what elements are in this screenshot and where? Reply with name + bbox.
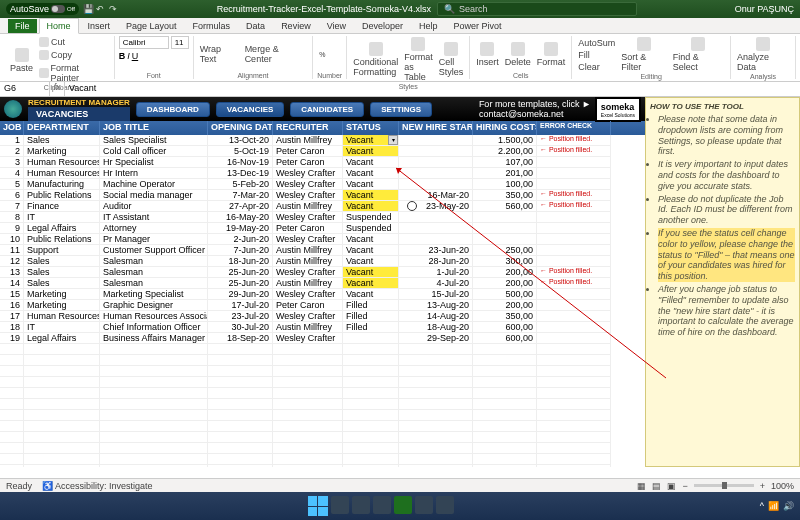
view-layout-icon[interactable]: ▤ — [652, 481, 661, 491]
cell-cost[interactable]: 200,00 — [473, 300, 537, 311]
table-row[interactable]: 11SupportCustomer Support Officer7-Jun-2… — [0, 245, 645, 256]
cell-title[interactable]: Human Resources Associate — [100, 311, 208, 322]
cell-title[interactable]: Salesman — [100, 267, 208, 278]
cell-title[interactable]: Hr Specialist — [100, 157, 208, 168]
cell-open[interactable]: 23-Jul-20 — [208, 311, 273, 322]
cell-id[interactable]: 10 — [0, 234, 24, 245]
dropdown-icon[interactable]: ▾ — [388, 135, 398, 145]
cell-cost[interactable]: 560,00 — [473, 201, 537, 212]
empty-row[interactable] — [0, 388, 645, 399]
cell-hire[interactable]: 13-Aug-20 — [399, 300, 473, 311]
table-row[interactable]: 2MarketingCold Call officer5-Oct-19Peter… — [0, 146, 645, 157]
search-input[interactable]: 🔍Search — [437, 2, 637, 16]
zoom-in-button[interactable]: + — [760, 481, 765, 491]
cell-dept[interactable]: Human Resources — [24, 311, 100, 322]
cell-title[interactable]: Machine Operator — [100, 179, 208, 190]
cell-open[interactable]: 2-Jun-20 — [208, 234, 273, 245]
autosum-button[interactable]: AutoSum — [576, 37, 617, 49]
cell-rec[interactable]: Wesley Crafter — [273, 289, 343, 300]
cell-id[interactable]: 4 — [0, 168, 24, 179]
cell-status[interactable]: Vacant — [343, 267, 399, 278]
cell-rec[interactable]: Austin Millfrey — [273, 245, 343, 256]
table-row[interactable]: 7FinanceAuditor27-Apr-20Austin MillfreyV… — [0, 201, 645, 212]
cell-title[interactable]: Pr Manager — [100, 234, 208, 245]
cell-title[interactable]: Graphic Designer — [100, 300, 208, 311]
cell-status[interactable]: Vacant — [343, 146, 399, 157]
fill-button[interactable]: Fill — [576, 49, 617, 61]
cell-status[interactable]: Vacant — [343, 234, 399, 245]
table-row[interactable]: 6Public RelationsSocial media manager7-M… — [0, 190, 645, 201]
paste-button[interactable]: Paste — [8, 47, 35, 74]
cell-hire[interactable]: 1-Jul-20 — [399, 267, 473, 278]
cell-dept[interactable]: Human Resources — [24, 157, 100, 168]
cell-open[interactable]: 18-Jun-20 — [208, 256, 273, 267]
view-normal-icon[interactable]: ▦ — [637, 481, 646, 491]
col-title[interactable]: JOB TITLE — [100, 121, 208, 135]
cell-hire[interactable] — [399, 179, 473, 190]
cell-title[interactable]: Cold Call officer — [100, 146, 208, 157]
cell-hire[interactable]: 18-Aug-20 — [399, 322, 473, 333]
table-row[interactable]: 4Human ResourcesHr Intern13-Dec-19Wesley… — [0, 168, 645, 179]
cell-cost[interactable] — [473, 223, 537, 234]
nav-dashboard[interactable]: DASHBOARD — [136, 102, 210, 117]
cell-rec[interactable]: Austin Millfrey — [273, 256, 343, 267]
cell-id[interactable]: 9 — [0, 223, 24, 234]
copy-button[interactable]: Copy — [37, 49, 110, 61]
cell-rec[interactable]: Peter Caron — [273, 146, 343, 157]
table-row[interactable]: 9Legal AffairsAttorney19-May-20Peter Car… — [0, 223, 645, 234]
format-painter-button[interactable]: Format Painter — [37, 62, 110, 84]
zoom-slider[interactable] — [694, 484, 754, 487]
cell-id[interactable]: 17 — [0, 311, 24, 322]
insert-cell-button[interactable]: Insert — [474, 41, 501, 68]
bold-button[interactable]: B — [119, 51, 126, 61]
cell-title[interactable]: Salesman — [100, 256, 208, 267]
redo-icon[interactable]: ↷ — [109, 4, 119, 14]
cell-hire[interactable] — [399, 157, 473, 168]
cell-open[interactable]: 27-Apr-20 — [208, 201, 273, 212]
cell-dept[interactable]: Marketing — [24, 300, 100, 311]
cell-cost[interactable] — [473, 234, 537, 245]
font-name[interactable]: Calibri — [119, 36, 169, 49]
cell-hire[interactable]: 28-Jun-20 — [399, 256, 473, 267]
cell-hire[interactable]: 16-Mar-20 — [399, 190, 473, 201]
name-box[interactable]: G6 — [0, 82, 50, 96]
cell-id[interactable]: 11 — [0, 245, 24, 256]
cell-open[interactable]: 5-Feb-20 — [208, 179, 273, 190]
tb-app-icon[interactable] — [415, 496, 433, 514]
cell-dept[interactable]: Marketing — [24, 146, 100, 157]
tray[interactable]: ^ 📶 🔊 — [760, 501, 794, 511]
tb-excel-icon[interactable] — [394, 496, 412, 514]
undo-icon[interactable]: ↶ — [96, 4, 106, 14]
col-rec[interactable]: RECRUITER — [273, 121, 343, 135]
tab-help[interactable]: Help — [412, 19, 445, 33]
cell-cost[interactable]: 600,00 — [473, 322, 537, 333]
autosave-toggle[interactable]: AutoSaveOff — [6, 3, 79, 15]
number-format[interactable]: % — [317, 50, 327, 59]
cell-cost[interactable]: 200,00 — [473, 278, 537, 289]
cell-id[interactable]: 16 — [0, 300, 24, 311]
cell-id[interactable]: 8 — [0, 212, 24, 223]
cell-rec[interactable]: Wesley Crafter — [273, 333, 343, 344]
cell-id[interactable]: 14 — [0, 278, 24, 289]
cell-cost[interactable]: 2.200,00 — [473, 146, 537, 157]
tab-developer[interactable]: Developer — [355, 19, 410, 33]
table-row[interactable]: 13SalesSalesman25-Jun-20Wesley CrafterVa… — [0, 267, 645, 278]
table-row[interactable]: 19Legal AffairsBusiness Affairs Manager1… — [0, 333, 645, 344]
format-cell-button[interactable]: Format — [535, 41, 568, 68]
cell-hire[interactable] — [399, 223, 473, 234]
tb-search-icon[interactable] — [331, 496, 349, 514]
cell-cost[interactable]: 100,00 — [473, 179, 537, 190]
underline-button[interactable]: U — [132, 51, 139, 61]
cell-rec[interactable]: Austin Millfrey — [273, 135, 343, 146]
cell-status[interactable]: Filled — [343, 311, 399, 322]
cell-title[interactable]: Sales Specialist — [100, 135, 208, 146]
tray-volume-icon[interactable]: 🔊 — [783, 501, 794, 511]
cell-id[interactable]: 19 — [0, 333, 24, 344]
cell-cost[interactable]: 600,00 — [473, 333, 537, 344]
empty-row[interactable] — [0, 443, 645, 454]
table-row[interactable]: 15MarketingMarketing Specialist29-Jun-20… — [0, 289, 645, 300]
cell-cost[interactable]: 200,00 — [473, 267, 537, 278]
tab-file[interactable]: File — [8, 19, 37, 33]
cell-cost[interactable]: 350,00 — [473, 190, 537, 201]
cell-status[interactable]: Vacant — [343, 278, 399, 289]
